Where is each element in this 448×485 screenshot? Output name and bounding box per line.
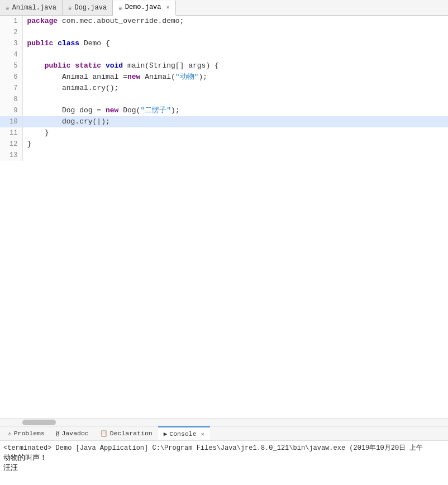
line-number: 13 [0, 150, 22, 161]
line-content[interactable]: animal.cry(); [22, 83, 448, 94]
javadoc-label: Javadoc [61, 430, 88, 437]
tab-dog-label: Dog.java [74, 4, 107, 12]
declaration-label: Declaration [110, 430, 152, 437]
line-content[interactable]: Dog dog = new Dog("二愣子"); [22, 105, 448, 116]
tab-animal-label: Animal.java [12, 4, 56, 12]
code-row: 7 animal.cry(); [0, 83, 448, 94]
scroll-thumb [22, 420, 56, 425]
line-content[interactable] [22, 27, 448, 38]
line-content[interactable] [22, 94, 448, 105]
tab-close-icon[interactable]: ✕ [166, 4, 170, 11]
tab-console[interactable]: ▶ Console ✕ [158, 426, 210, 440]
line-number: 9 [0, 105, 22, 116]
tab-demo-label: Demo.java [125, 3, 161, 11]
line-number: 1 [0, 16, 22, 27]
line-number: 8 [0, 94, 22, 105]
console-terminated-line: <terminated> Demo [Java Application] C:\… [3, 443, 445, 453]
tab-demo-java[interactable]: ☕ Demo.java ✕ [113, 1, 175, 16]
horizontal-scrollbar[interactable] [0, 418, 448, 426]
code-row: 11 } [0, 127, 448, 139]
code-table: 1package com.mec.about_override.demo;23p… [0, 16, 448, 161]
code-row: 1package com.mec.about_override.demo; [0, 16, 448, 27]
java-file-icon-dog: ☕ [68, 4, 72, 11]
line-content[interactable]: dog.cry(|); [22, 116, 448, 127]
javadoc-icon: @ [56, 430, 60, 437]
line-number: 5 [0, 60, 22, 72]
tab-problems[interactable]: ⚠ Problems [2, 426, 50, 440]
code-row: 10 dog.cry(|); [0, 116, 448, 127]
line-number: 3 [0, 38, 22, 49]
line-number: 11 [0, 127, 22, 139]
line-content[interactable]: package com.mec.about_override.demo; [22, 16, 448, 27]
line-content[interactable] [22, 150, 448, 161]
code-row: 12} [0, 139, 448, 150]
code-row: 9 Dog dog = new Dog("二愣子"); [0, 105, 448, 116]
editor-area: 1package com.mec.about_override.demo;23p… [0, 16, 448, 426]
code-row: 2 [0, 27, 448, 38]
problems-label: Problems [14, 430, 45, 437]
java-file-icon: ☕ [6, 4, 9, 11]
line-number: 4 [0, 49, 22, 60]
line-content[interactable]: } [22, 139, 448, 150]
editor-content[interactable]: 1package com.mec.about_override.demo;23p… [0, 16, 448, 418]
line-content[interactable]: public static void main(String[] args) { [22, 60, 448, 72]
tab-animal-java[interactable]: ☕ Animal.java [0, 0, 63, 15]
declaration-icon: 📋 [100, 430, 108, 437]
line-content[interactable]: } [22, 127, 448, 139]
code-row: 5 public static void main(String[] args)… [0, 60, 448, 72]
line-number: 10 [0, 116, 22, 127]
tab-javadoc[interactable]: @ Javadoc [50, 426, 94, 440]
bottom-tab-bar: ⚠ Problems @ Javadoc 📋 Declaration ▶ Con… [0, 426, 448, 440]
code-row: 4 [0, 49, 448, 60]
line-content[interactable]: Animal animal =new Animal("动物"); [22, 72, 448, 83]
console-close-icon[interactable]: ✕ [201, 431, 204, 438]
line-number: 12 [0, 139, 22, 150]
console-label: Console [169, 430, 196, 438]
problems-icon: ⚠ [8, 430, 12, 437]
tab-dog-java[interactable]: ☕ Dog.java [63, 0, 113, 15]
tab-declaration[interactable]: 📋 Declaration [94, 426, 158, 440]
console-output-line2: 汪汪 [3, 463, 445, 473]
line-content[interactable]: public class Demo { [22, 38, 448, 49]
code-row: 13 [0, 150, 448, 161]
line-number: 7 [0, 83, 22, 94]
line-number: 2 [0, 27, 22, 38]
code-row: 3public class Demo { [0, 38, 448, 49]
tab-bar: ☕ Animal.java ☕ Dog.java ☕ Demo.java ✕ [0, 0, 448, 16]
code-row: 6 Animal animal =new Animal("动物"); [0, 72, 448, 83]
line-content[interactable] [22, 49, 448, 60]
code-row: 8 [0, 94, 448, 105]
line-number: 6 [0, 72, 22, 83]
console-panel: <terminated> Demo [Java Application] C:\… [0, 440, 448, 485]
console-output-line1: 动物的叫声！ [3, 453, 445, 463]
console-icon: ▶ [164, 430, 168, 438]
java-file-icon-demo: ☕ [118, 4, 122, 11]
